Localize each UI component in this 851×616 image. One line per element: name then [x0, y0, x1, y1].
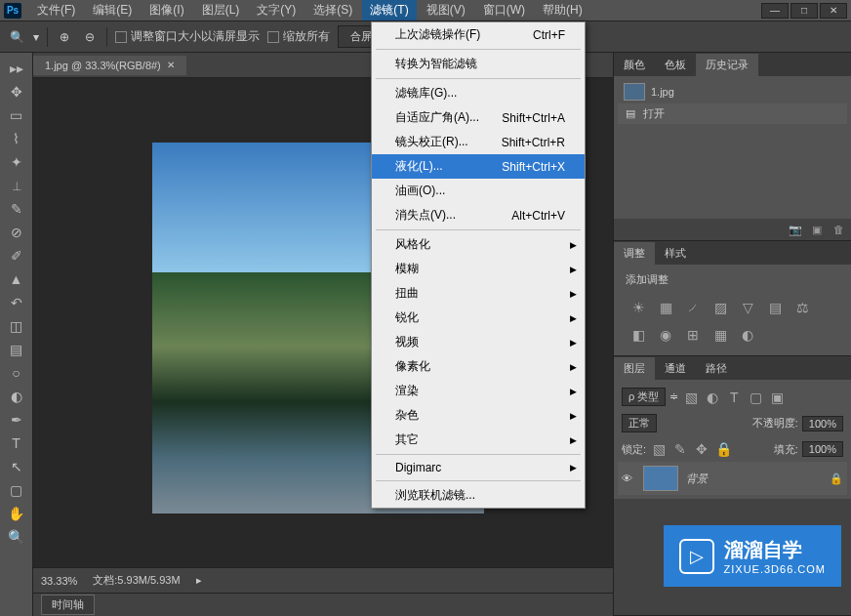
brightness-icon[interactable]: ☀	[629, 299, 647, 316]
hue-icon[interactable]: ▤	[766, 299, 784, 316]
filter-type-select[interactable]: ρ 类型	[622, 388, 666, 406]
menu-filter[interactable]: 滤镜(T)	[362, 0, 416, 21]
menu-stylize[interactable]: 风格化▶	[372, 232, 585, 257]
stamp-tool-icon[interactable]: ▲	[3, 268, 30, 290]
visibility-icon[interactable]: 👁	[622, 472, 635, 484]
balance-icon[interactable]: ⚖	[793, 299, 811, 316]
document-tab[interactable]: 1.jpg @ 33.3%(RGB/8#) ✕	[33, 56, 186, 75]
vibrance-icon[interactable]: ▽	[739, 299, 756, 316]
close-button[interactable]: ✕	[820, 3, 847, 19]
minimize-button[interactable]: —	[761, 3, 789, 19]
camera-icon[interactable]: 📷	[789, 223, 802, 236]
dodge-tool-icon[interactable]: ◐	[3, 386, 30, 407]
tab-styles[interactable]: 样式	[655, 242, 696, 265]
bw-icon[interactable]: ◧	[629, 326, 647, 344]
filter-shape-icon[interactable]: ▢	[747, 389, 764, 406]
opacity-value[interactable]: 100%	[802, 416, 843, 431]
lasso-tool-icon[interactable]: ⌇	[3, 128, 30, 149]
invert-icon[interactable]: ◐	[739, 326, 756, 344]
zoom-in-icon[interactable]: ⊕	[56, 28, 73, 46]
tab-channels[interactable]: 通道	[655, 357, 696, 380]
maximize-button[interactable]: □	[790, 3, 818, 19]
filter-adjust-icon[interactable]: ◐	[704, 389, 721, 406]
history-brush-tool-icon[interactable]: ↶	[3, 292, 30, 313]
crop-tool-icon[interactable]: ⟂	[3, 175, 30, 196]
history-source[interactable]: 1.jpg	[618, 80, 847, 103]
layer-row[interactable]: 👁 背景 🔒	[618, 462, 847, 495]
brush-tool-icon[interactable]: ✐	[3, 245, 30, 267]
type-tool-icon[interactable]: T	[3, 432, 30, 454]
new-state-icon[interactable]: ▣	[810, 223, 824, 236]
timeline-button[interactable]: 时间轴	[41, 595, 95, 615]
tab-history[interactable]: 历史记录	[696, 54, 758, 76]
exposure-icon[interactable]: ▨	[711, 299, 729, 316]
menu-liquify[interactable]: 液化(L)...Shift+Ctrl+X	[372, 154, 585, 179]
menu-other[interactable]: 其它▶	[372, 428, 585, 452]
tab-adjustments[interactable]: 调整	[614, 242, 655, 265]
menu-help[interactable]: 帮助(H)	[535, 0, 590, 21]
menu-sharpen[interactable]: 锐化▶	[372, 306, 585, 330]
photo-filter-icon[interactable]: ◉	[657, 326, 674, 344]
menu-image[interactable]: 图像(I)	[142, 0, 191, 21]
levels-icon[interactable]: ▦	[657, 299, 674, 316]
menu-digimarc[interactable]: Digimarc▶	[372, 457, 585, 478]
lock-pixels-icon[interactable]: ✎	[671, 440, 689, 458]
eraser-tool-icon[interactable]: ◫	[3, 315, 30, 337]
menu-noise[interactable]: 杂色▶	[372, 403, 585, 428]
zoom-tool-palette-icon[interactable]: 🔍	[3, 526, 30, 548]
filter-type-icon[interactable]: T	[725, 389, 743, 406]
menu-render[interactable]: 渲染▶	[372, 379, 585, 403]
menu-window[interactable]: 窗口(W)	[475, 0, 533, 21]
mixer-icon[interactable]: ⊞	[684, 326, 702, 344]
trash-icon[interactable]: 🗑	[831, 223, 845, 236]
lookup-icon[interactable]: ▦	[711, 326, 729, 344]
menu-convert-smart[interactable]: 转换为智能滤镜	[372, 52, 585, 76]
tab-swatches[interactable]: 色板	[655, 54, 696, 76]
menu-vanishing-point[interactable]: 消失点(V)...Alt+Ctrl+V	[372, 203, 585, 227]
zoom-all-checkbox[interactable]	[267, 31, 279, 43]
gradient-tool-icon[interactable]: ▤	[3, 339, 30, 360]
lock-transparent-icon[interactable]: ▧	[650, 440, 668, 458]
menu-filter-gallery[interactable]: 滤镜库(G)...	[372, 81, 585, 105]
eyedropper-tool-icon[interactable]: ✎	[3, 198, 30, 220]
fill-value[interactable]: 100%	[802, 441, 843, 457]
menu-adaptive-wide[interactable]: 自适应广角(A)...Shift+Ctrl+A	[372, 105, 585, 130]
menu-file[interactable]: 文件(F)	[29, 0, 83, 21]
menu-type[interactable]: 文字(Y)	[249, 0, 304, 21]
marquee-tool-icon[interactable]: ▭	[3, 104, 30, 126]
curves-icon[interactable]: ⟋	[684, 299, 702, 316]
menu-browse-online[interactable]: 浏览联机滤镜...	[372, 483, 585, 508]
zoom-out-icon[interactable]: ⊖	[81, 28, 99, 46]
dropdown-arrow-icon[interactable]: ▾	[33, 30, 39, 44]
path-tool-icon[interactable]: ↖	[3, 456, 30, 477]
menu-lens-correction[interactable]: 镜头校正(R)...Shift+Ctrl+R	[372, 130, 585, 154]
blur-tool-icon[interactable]: ○	[3, 362, 30, 384]
lock-position-icon[interactable]: ✥	[693, 440, 710, 458]
menu-distort[interactable]: 扭曲▶	[372, 281, 585, 306]
menu-layer[interactable]: 图层(L)	[194, 0, 248, 21]
pen-tool-icon[interactable]: ✒	[3, 409, 30, 431]
tab-layers[interactable]: 图层	[614, 357, 655, 380]
chevron-right-icon[interactable]: ▸	[196, 574, 202, 587]
move-tool-icon[interactable]: ✥	[3, 81, 30, 103]
menu-select[interactable]: 选择(S)	[305, 0, 360, 21]
tab-close-icon[interactable]: ✕	[167, 60, 175, 70]
collapse-icon[interactable]: ▸▸	[3, 58, 30, 79]
menu-oil-paint[interactable]: 油画(O)...	[372, 179, 585, 203]
zoom-level[interactable]: 33.33%	[41, 575, 77, 587]
filter-smart-icon[interactable]: ▣	[768, 389, 786, 406]
heal-tool-icon[interactable]: ⊘	[3, 222, 30, 243]
tab-color[interactable]: 颜色	[614, 54, 655, 76]
tab-paths[interactable]: 路径	[696, 357, 737, 380]
history-step-open[interactable]: ▤ 打开	[618, 103, 847, 124]
menu-blur[interactable]: 模糊▶	[372, 257, 585, 281]
menu-pixelate[interactable]: 像素化▶	[372, 354, 585, 379]
menu-video[interactable]: 视频▶	[372, 330, 585, 354]
menu-view[interactable]: 视图(V)	[419, 0, 473, 21]
menu-last-filter[interactable]: 上次滤镜操作(F)Ctrl+F	[372, 22, 585, 47]
blend-mode-select[interactable]: 正常	[622, 414, 657, 432]
filter-pixel-icon[interactable]: ▧	[682, 389, 700, 406]
hand-tool-icon[interactable]: ✋	[3, 503, 30, 524]
lock-all-icon[interactable]: 🔒	[714, 440, 732, 458]
wand-tool-icon[interactable]: ✦	[3, 151, 30, 173]
